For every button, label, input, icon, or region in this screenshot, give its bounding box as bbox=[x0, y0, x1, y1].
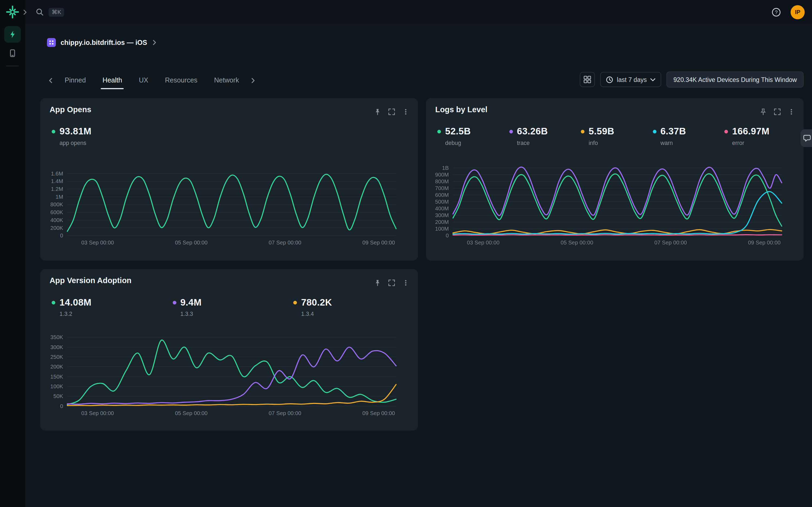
svg-text:0: 0 bbox=[60, 233, 63, 238]
metric-value: 14.08M bbox=[59, 297, 92, 308]
tabs-scroll-right-button[interactable] bbox=[247, 75, 259, 86]
pin-icon bbox=[760, 108, 766, 115]
search-button[interactable]: ⌘K bbox=[36, 8, 64, 16]
svg-text:900M: 900M bbox=[435, 172, 449, 178]
time-range-label: last 7 days bbox=[617, 76, 647, 83]
svg-text:400K: 400K bbox=[50, 217, 63, 223]
tab-health[interactable]: Health bbox=[94, 71, 131, 89]
metric: 9.4M 1.3.3 bbox=[172, 297, 293, 317]
svg-text:05 Sep 00:00: 05 Sep 00:00 bbox=[561, 239, 593, 245]
search-icon bbox=[36, 8, 44, 16]
metric-value: 93.81M bbox=[59, 126, 92, 137]
layout-grid-button[interactable] bbox=[580, 72, 595, 87]
svg-text:0: 0 bbox=[60, 403, 63, 409]
svg-text:600M: 600M bbox=[435, 192, 449, 198]
legend-dot bbox=[52, 130, 55, 133]
metric: 6.37B warn bbox=[653, 126, 724, 146]
metric-value: 780.2K bbox=[301, 297, 332, 308]
chevron-right-icon bbox=[250, 77, 255, 83]
app-opens-chart[interactable]: 1.6M1.4M1.2M1M800K600K400K200K003 Sep 00… bbox=[50, 170, 408, 251]
app-root: ⌘K ? IP chippy.io.bitdrift.ios — iOS bbox=[0, 0, 812, 507]
svg-text:100K: 100K bbox=[50, 383, 63, 389]
legend-dot bbox=[509, 130, 513, 133]
svg-text:09 Sep 00:00: 09 Sep 00:00 bbox=[362, 239, 395, 245]
chevron-left-icon bbox=[48, 77, 53, 83]
card-menu-button[interactable] bbox=[400, 277, 412, 289]
card-logs-by-level: Logs by Level 52.5B bbox=[426, 98, 804, 261]
app-name: chippy.io.bitdrift.ios — iOS bbox=[61, 39, 147, 46]
card-title: App Opens bbox=[50, 105, 91, 114]
metric-label: 1.3.2 bbox=[59, 311, 92, 317]
svg-text:03 Sep 00:00: 03 Sep 00:00 bbox=[81, 410, 114, 416]
metric-label: warn bbox=[660, 140, 686, 146]
sidebar-item-devices[interactable] bbox=[4, 45, 21, 62]
legend-dot bbox=[172, 301, 176, 304]
legend-dot bbox=[653, 130, 656, 133]
tab-bar: Pinned Health UX Resources Network bbox=[45, 71, 259, 89]
tab-resources[interactable]: Resources bbox=[157, 71, 206, 89]
svg-text:200M: 200M bbox=[435, 219, 449, 225]
expand-icon bbox=[388, 108, 395, 115]
logs-by-level-chart[interactable]: 1B900M800M700M600M500M400M300M200M100M00… bbox=[435, 165, 794, 249]
sidebar bbox=[0, 0, 25, 507]
expand-button[interactable] bbox=[386, 106, 398, 118]
tabs-scroll-left-button[interactable] bbox=[45, 75, 56, 86]
metric: 166.97M error bbox=[724, 126, 796, 146]
expand-button[interactable] bbox=[386, 277, 398, 289]
app-icon bbox=[47, 38, 56, 47]
time-range-select[interactable]: last 7 days bbox=[600, 72, 661, 87]
svg-text:1.2M: 1.2M bbox=[51, 186, 63, 192]
topbar: ⌘K ? IP bbox=[25, 0, 812, 24]
sidebar-item-insights[interactable] bbox=[4, 26, 21, 43]
avatar[interactable]: IP bbox=[791, 5, 805, 19]
kebab-icon bbox=[403, 108, 409, 115]
grid-icon bbox=[583, 76, 592, 83]
svg-text:700M: 700M bbox=[435, 185, 449, 191]
metric-label: debug bbox=[445, 140, 471, 146]
svg-text:350K: 350K bbox=[50, 334, 63, 340]
svg-text:800K: 800K bbox=[50, 202, 63, 208]
svg-text:1B: 1B bbox=[442, 165, 449, 171]
phone-icon bbox=[8, 49, 17, 57]
card-actions bbox=[372, 277, 412, 289]
metric-value: 6.37B bbox=[660, 126, 686, 137]
card-title: App Version Adoption bbox=[50, 276, 132, 285]
svg-text:09 Sep 00:00: 09 Sep 00:00 bbox=[362, 410, 395, 416]
metric-label: app opens bbox=[59, 140, 92, 146]
expand-button[interactable] bbox=[771, 106, 783, 118]
card-title: Logs by Level bbox=[435, 105, 488, 114]
app-version-adoption-chart[interactable]: 350K300K250K200K150K100K50K003 Sep 00:00… bbox=[50, 334, 408, 422]
svg-text:50K: 50K bbox=[53, 393, 63, 399]
bitdrift-logo[interactable] bbox=[5, 5, 20, 19]
chat-button[interactable] bbox=[801, 129, 812, 147]
card-menu-button[interactable] bbox=[400, 106, 412, 118]
pin-button[interactable] bbox=[372, 277, 384, 289]
pin-button[interactable] bbox=[372, 106, 384, 118]
svg-text:200K: 200K bbox=[50, 225, 63, 231]
sidebar-expand-button[interactable] bbox=[21, 8, 29, 16]
expand-icon bbox=[388, 279, 395, 286]
svg-text:600K: 600K bbox=[50, 209, 63, 215]
svg-text:400M: 400M bbox=[435, 206, 449, 212]
svg-text:07 Sep 00:00: 07 Sep 00:00 bbox=[269, 239, 301, 245]
metric: 5.59B info bbox=[581, 126, 653, 146]
metric-value: 5.59B bbox=[589, 126, 614, 137]
tab-network[interactable]: Network bbox=[206, 71, 247, 89]
kebab-icon bbox=[788, 108, 795, 115]
help-button[interactable]: ? bbox=[771, 7, 781, 17]
active-devices-badge: 920.34K Active Devices During This Windo… bbox=[667, 71, 804, 88]
legend-dot bbox=[724, 130, 728, 133]
svg-text:200K: 200K bbox=[50, 364, 63, 370]
card-menu-button[interactable] bbox=[785, 106, 797, 118]
topbar-right: ? IP bbox=[771, 5, 805, 19]
tab-pinned[interactable]: Pinned bbox=[56, 71, 94, 89]
tab-ux[interactable]: UX bbox=[131, 71, 157, 89]
breadcrumb[interactable]: chippy.io.bitdrift.ios — iOS bbox=[47, 36, 157, 49]
svg-text:05 Sep 00:00: 05 Sep 00:00 bbox=[175, 239, 207, 245]
svg-text:300M: 300M bbox=[435, 212, 449, 218]
svg-text:150K: 150K bbox=[50, 374, 63, 380]
metric-label: info bbox=[589, 140, 614, 146]
lightning-icon bbox=[8, 30, 17, 39]
pin-button[interactable] bbox=[757, 106, 769, 118]
bitdrift-logo-icon bbox=[5, 5, 20, 19]
